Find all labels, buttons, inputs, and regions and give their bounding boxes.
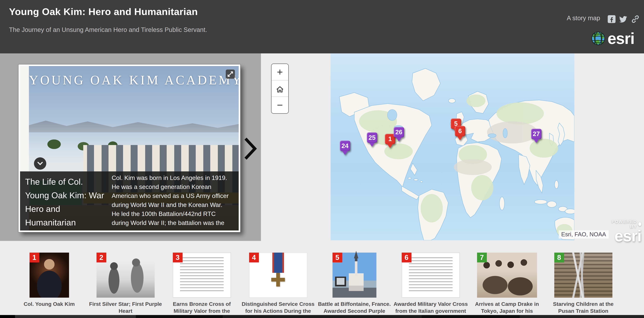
collapse-caption-button[interactable] [34,157,46,170]
carousel-item-7[interactable]: 7Arrives at Camp Drake in Tokyo, Japan f… [469,252,545,314]
story-panel: YOUNG OAK KIM ACADEMY The Life of Col. Y… [0,54,261,241]
story-description: Col. Kim was born in Los Angeles in 1919… [112,173,232,229]
map-marker-26[interactable]: 26 [394,127,404,138]
chevron-right-icon [243,137,258,160]
storymap-app: Young Oak Kim: Hero and Humanitarian The… [0,0,644,318]
thumbnail-caption: Col. Young Oak Kim [12,300,86,308]
carousel-item-3[interactable]: 3Earns Bronze Cross of Military Valor fr… [164,252,240,314]
esri-logo[interactable]: esri [591,31,634,46]
world-map[interactable]: 24251265627 [330,54,574,240]
map-marker-label: 24 [342,142,348,150]
powered-by-esri-logo[interactable]: POWERED BY esri [610,219,641,243]
thumbnail-number-badge: 2 [96,252,106,262]
carousel-track: 1Col. Young Oak Kim2First Silver Star; F… [11,252,622,314]
page-subtitle: The Journey of an Unsung American Hero a… [9,26,207,33]
thumbnail-image[interactable]: 4 [249,252,307,298]
twitter-share-icon[interactable] [619,15,628,24]
home-button[interactable] [272,80,288,97]
thumbnail-image[interactable]: 5 [332,252,376,298]
map-marker-24[interactable]: 24 [340,140,350,151]
thumbnail-image[interactable]: 8 [554,252,612,298]
expand-icon [227,70,234,78]
thumbnail-image[interactable]: 3 [173,252,231,298]
thumbnail-image[interactable]: 7 [477,252,537,298]
powered-by-brand: esri [610,229,641,243]
chevron-down-icon [36,160,44,168]
media-card: YOUNG OAK KIM ACADEMY The Life of Col. Y… [18,64,240,232]
share-link-icon[interactable] [631,15,640,24]
carousel-item-4[interactable]: 4Distinguished Service Cross for his Act… [240,252,316,314]
thumbnail-caption: Arrives at Camp Drake in Tokyo, Japan fo… [470,300,544,314]
map-marker-label: 26 [395,128,402,136]
map-marker-27[interactable]: 27 [531,128,542,139]
facebook-share-icon[interactable] [607,15,616,24]
map-marker-label: 1 [388,136,392,142]
map-attribution: Esri, FAO, NOAA [559,230,608,238]
thumbnail-number-badge: 7 [477,252,487,262]
thumbnail-number-badge: 4 [249,252,259,262]
story-map-label: A story map [567,14,600,22]
carousel-item-1[interactable]: 1Col. Young Oak Kim [11,252,87,314]
carousel-item-8[interactable]: 8Starving Children at the Pusan Train St… [545,252,622,314]
zoom-out-button[interactable]: − [272,97,288,113]
map-marker-label: 6 [458,128,462,134]
map-marker-label: 27 [533,130,540,138]
map-marker-6[interactable]: 6 [455,126,465,136]
thumbnail-caption: Battle at Biffontaine, France. Awarded S… [317,300,392,314]
page-title: Young Oak Kim: Hero and Humanitarian [9,6,198,17]
header: Young Oak Kim: Hero and Humanitarian The… [0,0,644,54]
next-row-peek [0,315,644,318]
caption-overlay: The Life of Col. Young Oak Kim: War Hero… [20,172,239,230]
map-markers-layer: 24251265627 [330,54,574,240]
thumbnail-number-badge: 1 [30,252,39,262]
map-zoom-controls: + − [271,64,289,114]
thumbnail-carousel: 1Col. Young Oak Kim2First Silver Star; F… [0,243,644,315]
story-title: The Life of Col. Young Oak Kim: War Hero… [25,175,107,229]
photo-title: YOUNG OAK KIM ACADEMY [29,73,239,88]
thumbnail-image[interactable]: 1 [30,252,69,298]
next-story-point-button[interactable] [243,137,258,160]
thumbnail-number-badge: 8 [554,252,564,262]
carousel-item-2[interactable]: 2First Silver Star; First Purple Heart [87,252,164,314]
thumbnail-caption: Starving Children at the Pusan Train Sta… [546,300,620,314]
esri-globe-mini-icon [638,222,641,226]
esri-brand-text: esri [608,31,634,46]
carousel-item-5[interactable]: 5Battle at Biffontaine, France. Awarded … [316,252,392,314]
thumbnail-number-badge: 3 [173,252,182,262]
zoom-in-button[interactable]: + [272,64,288,80]
thumbnail-number-badge: 6 [402,252,412,262]
map-marker-25[interactable]: 25 [367,132,377,143]
thumbnail-caption: Distinguished Service Cross for his Acti… [241,300,316,314]
thumbnail-caption: First Silver Star; First Purple Heart [88,300,163,314]
thumbnail-image[interactable]: 6 [402,252,460,298]
thumbnail-caption: Awarded Military Valor Cross from the It… [394,300,468,314]
thumbnail-caption: Earns Bronze Cross of Military Valor fro… [164,300,239,314]
map-marker-label: 25 [368,134,376,141]
home-icon [276,85,284,94]
esri-globe-icon [591,31,606,46]
expand-image-button[interactable] [226,70,235,79]
thumbnail-image[interactable]: 2 [96,252,155,298]
carousel-item-6[interactable]: 6Awarded Military Valor Cross from the I… [392,252,469,314]
thumbnail-number-badge: 5 [332,252,342,262]
